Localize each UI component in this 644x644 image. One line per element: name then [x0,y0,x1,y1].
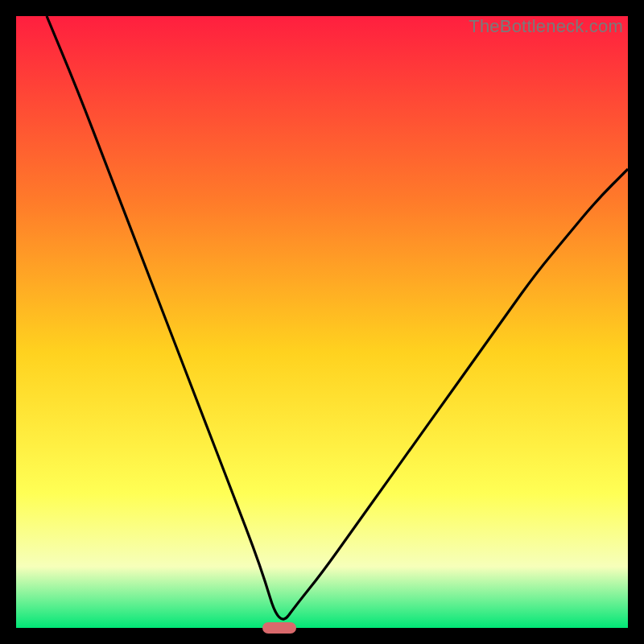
gradient-background [16,16,628,628]
watermark-text: TheBottleneck.com [469,16,623,37]
optimal-marker [262,622,296,634]
chart-frame: TheBottleneck.com [16,16,628,628]
bottleneck-chart [16,16,628,628]
